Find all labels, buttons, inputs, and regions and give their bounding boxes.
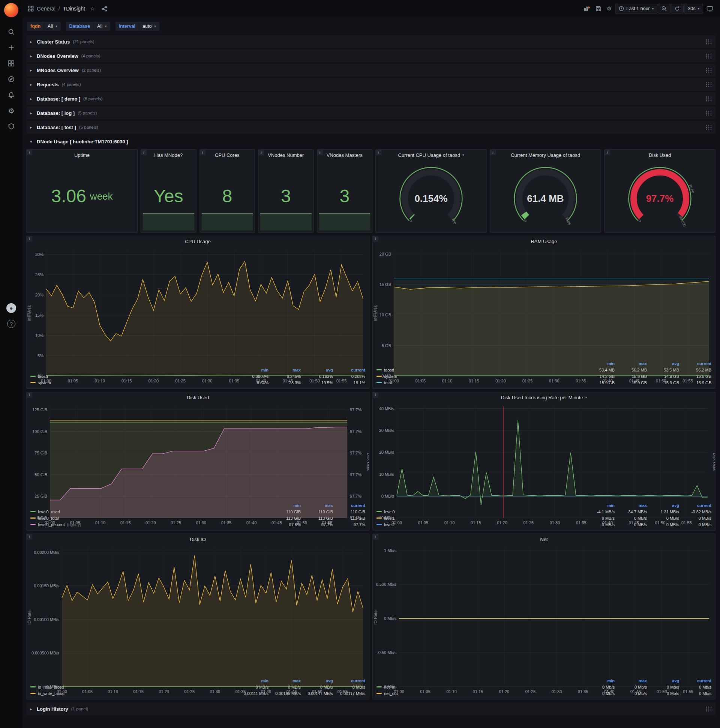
stat-value-area: 3 — [258, 160, 314, 232]
panel-info-icon[interactable]: i — [141, 150, 146, 155]
panel-info-icon[interactable]: i — [373, 236, 378, 242]
row-dnodes-overview[interactable]: ▸ DNodes Overview (4 panels) — [26, 49, 715, 62]
row-chevron-icon: ▸ — [30, 40, 34, 44]
panel-info-icon[interactable]: i — [490, 150, 496, 155]
panel-info-icon[interactable]: i — [604, 150, 610, 155]
variable-database-value[interactable]: All▾ — [94, 22, 110, 31]
svg-text:01:55: 01:55 — [336, 379, 347, 383]
svg-text:01:05: 01:05 — [70, 520, 80, 525]
svg-text:01:20: 01:20 — [159, 689, 169, 694]
row-database-log[interactable]: ▸ Database: [ log ] (5 panels) — [26, 107, 715, 119]
panel-title[interactable]: Uptime — [27, 150, 137, 160]
chart-row-1: i CPU Usage 0%5%10%15%20%25%30%01:0001:0… — [26, 236, 715, 389]
panel-title[interactable]: CPU Cores — [200, 150, 255, 160]
panel-title[interactable]: RAM Usage — [373, 236, 715, 246]
panel-title[interactable]: Disk IO — [27, 534, 369, 544]
add-panel-icon[interactable] — [582, 4, 592, 14]
panel-title[interactable]: CPU Usage — [27, 236, 369, 246]
search-icon[interactable] — [0, 24, 23, 40]
refresh-icon[interactable] — [671, 4, 683, 14]
dashboard-settings-icon[interactable]: ⚙ — [605, 4, 613, 14]
cpu-usage-gauge[interactable]: 01000.154% — [376, 160, 487, 232]
svg-text:0 MB/s: 0 MB/s — [381, 494, 395, 499]
disk-io-chart[interactable]: 0 MB/s0.000500 MB/s0.00100 MB/s0.00150 M… — [27, 544, 369, 677]
svg-text:01:10: 01:10 — [95, 379, 105, 383]
dashboards-grid-icon[interactable] — [0, 55, 23, 71]
panel-info-icon[interactable]: i — [27, 392, 32, 398]
net-chart[interactable]: -1 Mb/s-0.50 Mb/s0 Mb/s0.500 Mb/s1 Mb/s0… — [373, 544, 715, 677]
variable-interval-value[interactable]: auto▾ — [139, 22, 159, 31]
time-range-picker[interactable]: Last 1 hour ▾ — [615, 4, 657, 14]
row-drag-handle[interactable] — [705, 110, 712, 116]
row-requests[interactable]: ▸ Requests (4 panels) — [26, 78, 715, 91]
panel-info-icon[interactable]: i — [376, 150, 381, 155]
svg-text:1 Mb/s: 1 Mb/s — [384, 548, 397, 553]
breadcrumb-folder[interactable]: General — [37, 6, 55, 12]
panel-info-icon[interactable]: i — [27, 236, 32, 242]
row-dnode-usage[interactable]: ▾ DNode Usage [ huolinhe-TM1701:6030 ] — [26, 135, 715, 148]
row-database-demo[interactable]: ▸ Database: [ demo ] (5 panels) — [26, 92, 715, 105]
panel-info-icon[interactable]: i — [317, 150, 323, 155]
svg-text:25%: 25% — [35, 272, 44, 277]
memory-usage-gauge[interactable]: 0158561.4 MB — [490, 160, 601, 232]
row-cluster-status[interactable]: ▸ Cluster Status (21 panels) — [26, 35, 715, 48]
svg-text:01:00: 01:00 — [392, 520, 402, 525]
variable-fqdn-value[interactable]: All▾ — [44, 22, 60, 31]
stat-sparkline — [143, 213, 194, 230]
star-icon[interactable]: ☆ — [88, 4, 97, 14]
server-admin-shield-icon[interactable] — [0, 119, 23, 135]
panel-title[interactable]: Has MNode? — [141, 150, 196, 160]
panel-title[interactable]: Disk Used — [27, 392, 369, 403]
row-login-history[interactable]: ▸ Login History (1 panel) — [26, 702, 715, 715]
svg-text:01:20: 01:20 — [145, 520, 156, 525]
grafana-logo-icon[interactable] — [4, 3, 18, 17]
row-drag-handle[interactable] — [705, 53, 712, 58]
row-database-test[interactable]: ▸ Database: [ test ] (5 panels) — [26, 121, 715, 134]
tv-mode-icon[interactable] — [705, 5, 715, 13]
help-icon[interactable]: ? — [0, 316, 23, 332]
svg-text:01:55: 01:55 — [322, 520, 332, 525]
row-drag-handle[interactable] — [705, 82, 712, 87]
explore-compass-icon[interactable] — [0, 71, 23, 87]
disk-used-gauge[interactable]: 095.10075.8097.7% — [604, 160, 715, 232]
panel-info-icon[interactable]: i — [258, 150, 264, 155]
panel-info-icon[interactable]: i — [27, 150, 32, 155]
disk-rate-chart[interactable]: -10 MB/s0 MB/s10 MB/s20 MB/s30 MB/s40 MB… — [373, 403, 715, 501]
panel-title[interactable]: VNodes Number — [258, 150, 314, 160]
panel-info-icon[interactable]: i — [27, 534, 32, 540]
zoom-out-icon[interactable] — [658, 4, 671, 14]
svg-text:30%: 30% — [35, 252, 44, 257]
save-dashboard-icon[interactable] — [593, 4, 603, 13]
panel-info-icon[interactable]: i — [373, 392, 378, 398]
user-avatar[interactable]: ● — [0, 300, 23, 316]
alerting-bell-icon[interactable] — [0, 87, 23, 103]
panel-title[interactable]: VNodes Masters — [317, 150, 372, 160]
row-drag-handle[interactable] — [705, 706, 712, 711]
ram-usage-chart[interactable]: 0 MB5 GB10 GB15 GB20 GB01:0001:0501:1001… — [373, 246, 715, 359]
svg-text:01:40: 01:40 — [261, 689, 272, 694]
disk-used-chart[interactable]: 0 GiB97.6%25 GiB97.7%50 GiB97.7%75 GiB97… — [27, 403, 369, 501]
svg-text:01:10: 01:10 — [95, 520, 106, 525]
panel-title[interactable]: Net — [373, 534, 715, 544]
svg-text:01:25: 01:25 — [522, 379, 533, 383]
variables-bar: fqdn All▾ Database All▾ Interval auto▾ — [26, 20, 715, 35]
variable-database: Database All▾ — [66, 22, 110, 31]
row-drag-handle[interactable] — [705, 39, 712, 44]
panel-title[interactable]: Current Memory Usage of taosd — [490, 150, 601, 160]
breadcrumb-title[interactable]: TDinsight — [63, 6, 85, 12]
row-mnodes-overview[interactable]: ▸ MNodes Overview (2 panels) — [26, 64, 715, 76]
panel-info-icon[interactable]: i — [373, 534, 378, 540]
panel-title[interactable]: Current CPU Usage of taosd▾ — [376, 150, 487, 160]
svg-text:01:45: 01:45 — [629, 379, 640, 383]
refresh-interval-select[interactable]: 30s ▾ — [684, 4, 703, 14]
cpu-usage-chart[interactable]: 0%5%10%15%20%25%30%01:0001:0501:1001:150… — [27, 246, 369, 366]
panel-title[interactable]: Disk Used Increasing Rate per Minute▾ — [373, 392, 715, 403]
create-plus-icon[interactable] — [0, 40, 23, 55]
row-drag-handle[interactable] — [705, 125, 712, 130]
share-icon[interactable] — [100, 5, 109, 13]
row-drag-handle[interactable] — [705, 96, 712, 101]
row-drag-handle[interactable] — [705, 67, 712, 73]
panel-title[interactable]: Disk Used — [604, 150, 715, 160]
configuration-gear-icon[interactable]: ⚙ — [0, 103, 23, 119]
panel-info-icon[interactable]: i — [200, 150, 206, 155]
